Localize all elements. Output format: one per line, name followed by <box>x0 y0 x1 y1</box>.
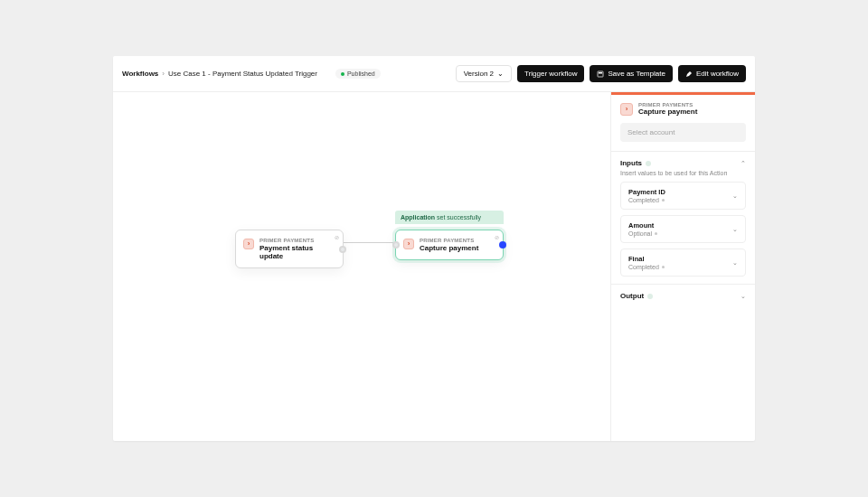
chevron-down-icon: ⌄ <box>732 226 738 233</box>
section-subtitle: Insert values to be used for this Action <box>620 170 746 176</box>
status-dot-icon <box>341 72 344 76</box>
edit-workflow-button[interactable]: Edit workflow <box>678 65 746 82</box>
input-field-amount[interactable]: Amount Optional ⌄ <box>620 215 746 243</box>
input-field-final[interactable]: Final Completed ⌄ <box>620 248 746 277</box>
field-status: Completed <box>628 264 665 270</box>
header: Workflows › Use Case 1 - Payment Status … <box>113 56 755 92</box>
app-window: Workflows › Use Case 1 - Payment Status … <box>113 56 755 441</box>
pencil-icon <box>685 70 693 78</box>
primer-icon <box>620 103 633 116</box>
node-close-icon[interactable]: ⊘ <box>493 233 500 240</box>
account-select-placeholder: Select account <box>627 128 675 136</box>
primer-icon <box>403 239 414 249</box>
version-selector-label: Version 2 <box>464 70 494 78</box>
tooltip-rest: set successfully <box>435 214 481 220</box>
account-select[interactable]: Select account <box>620 123 746 142</box>
chevron-down-icon: ⌄ <box>732 192 738 200</box>
field-status: Optional <box>628 230 657 237</box>
section-title: Output <box>620 292 644 300</box>
node-payment-status-update[interactable]: PRIMER PAYMENTS Payment status update ⊘ <box>235 230 344 268</box>
info-icon <box>647 294 653 299</box>
node-capture-payment[interactable]: PRIMER PAYMENTS Capture payment ⊘ <box>395 230 504 260</box>
field-label: Payment ID <box>628 188 665 196</box>
input-field-payment-id[interactable]: Payment ID Completed ⌄ <box>620 182 746 210</box>
chevron-up-icon: ⌃ <box>741 160 746 167</box>
status-dot-icon <box>662 199 665 202</box>
status-dot-icon <box>655 232 657 235</box>
workflow-canvas[interactable]: PRIMER PAYMENTS Payment status update ⊘ … <box>113 92 610 441</box>
button-label: Edit workflow <box>696 70 739 78</box>
chevron-right-icon: › <box>162 70 165 78</box>
status-dot-icon <box>662 266 665 268</box>
breadcrumb: Workflows › Use Case 1 - Payment Status … <box>122 69 450 79</box>
header-actions: Version 2 ⌄ Trigger workflow Save as Tem… <box>456 65 746 82</box>
breadcrumb-page[interactable]: Use Case 1 - Payment Status Updated Trig… <box>168 70 317 78</box>
node-title: Payment status update <box>259 244 335 260</box>
svg-rect-1 <box>599 72 602 74</box>
panel-header: PRIMER PAYMENTS Capture payment <box>611 95 755 119</box>
node-close-icon[interactable]: ⊘ <box>333 233 340 240</box>
chevron-down-icon: ⌄ <box>741 293 746 300</box>
info-icon <box>646 161 651 166</box>
inputs-section: Inputs ⌃ Insert values to be used for th… <box>611 151 755 284</box>
status-badge-label: Published <box>347 70 375 77</box>
node-overline: PRIMER PAYMENTS <box>259 238 335 243</box>
primer-icon <box>243 239 254 249</box>
tooltip-strong: Application <box>401 214 435 220</box>
node-tooltip: Application set successfully <box>395 211 504 224</box>
edge <box>344 242 395 243</box>
panel-title: Capture payment <box>638 108 697 116</box>
svg-rect-0 <box>598 71 603 77</box>
output-section-toggle[interactable]: Output ⌄ <box>620 292 746 300</box>
field-label: Final <box>628 255 665 263</box>
node-overline: PRIMER PAYMENTS <box>420 238 495 243</box>
section-title: Inputs <box>620 159 642 167</box>
output-section: Output ⌄ <box>611 284 755 307</box>
inputs-section-toggle[interactable]: Inputs ⌃ <box>620 159 746 167</box>
node-output-port[interactable] <box>339 246 346 253</box>
chevron-down-icon: ⌄ <box>732 259 738 267</box>
trigger-workflow-button[interactable]: Trigger workflow <box>517 65 584 82</box>
node-input-port[interactable] <box>392 241 400 248</box>
button-label: Trigger workflow <box>524 70 577 78</box>
side-panel: PRIMER PAYMENTS Capture payment Select a… <box>610 92 755 441</box>
breadcrumb-root[interactable]: Workflows <box>122 70 158 78</box>
node-title: Capture payment <box>420 244 495 252</box>
save-as-template-button[interactable]: Save as Template <box>590 65 672 82</box>
field-label: Amount <box>628 221 657 230</box>
field-status: Completed <box>628 197 665 203</box>
chevron-down-icon: ⌄ <box>497 70 504 78</box>
template-icon <box>597 70 604 78</box>
status-badge: Published <box>335 69 381 79</box>
node-output-port[interactable] <box>499 241 506 248</box>
button-label: Save as Template <box>608 70 665 78</box>
version-selector[interactable]: Version 2 ⌄ <box>456 65 512 82</box>
